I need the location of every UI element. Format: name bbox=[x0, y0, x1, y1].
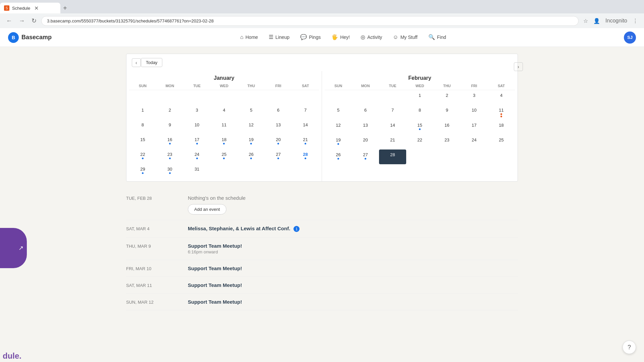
cal-day[interactable]: 15 bbox=[406, 120, 433, 135]
cal-day[interactable]: 20 bbox=[352, 135, 379, 149]
cal-day[interactable]: 1 bbox=[406, 90, 433, 105]
menu-button[interactable]: ⋮ bbox=[631, 16, 640, 25]
schedule-row: SAT, MAR 11 Support Team Meetup! bbox=[126, 277, 518, 294]
calendar-next-btn[interactable]: › bbox=[514, 62, 518, 71]
cal-day-selected[interactable]: 28 bbox=[379, 149, 406, 164]
nav-find[interactable]: 🔍 Find bbox=[423, 28, 451, 47]
nav-lineup[interactable]: ☰ Lineup bbox=[263, 28, 295, 47]
cal-day[interactable]: 14 bbox=[379, 120, 406, 135]
cal-day[interactable]: 8 bbox=[129, 120, 156, 134]
cal-day[interactable]: 12 bbox=[237, 120, 265, 134]
cal-day[interactable]: 2 bbox=[156, 105, 183, 120]
cal-day[interactable]: 15 bbox=[129, 134, 156, 149]
event-title[interactable]: Support Team Meetup! bbox=[188, 243, 518, 249]
event-title[interactable]: Melissa, Stephanie, & Lewis at Affect Co… bbox=[188, 226, 290, 231]
cal-day[interactable]: 16 bbox=[433, 120, 461, 135]
cal-day[interactable]: 16 bbox=[156, 134, 183, 149]
nav-mystuff[interactable]: ☺ My Stuff bbox=[387, 28, 423, 47]
active-tab[interactable]: S Schedule ✕ bbox=[0, 3, 60, 13]
profile-button[interactable]: 👤 bbox=[591, 16, 602, 25]
browser-nav-bar: ← → ↻ 3.basecamp.com/5550377/buckets/313… bbox=[0, 13, 644, 28]
nav-pings[interactable]: 💬 Pings bbox=[295, 28, 326, 47]
back-button[interactable]: ← bbox=[4, 16, 14, 26]
cal-day[interactable]: 4 bbox=[488, 90, 515, 105]
event-title[interactable]: Support Team Meetup! bbox=[188, 282, 518, 288]
nav-home[interactable]: ⌂ Home bbox=[235, 28, 263, 47]
cal-day[interactable]: 18 bbox=[488, 120, 515, 135]
cal-day[interactable]: 24 bbox=[183, 149, 211, 164]
no-events-content: Nothing's on the schedule Add an event bbox=[188, 195, 518, 215]
main-content: ‹ Today January SUN MON TUE WED THU FRI … bbox=[121, 47, 523, 317]
cal-day[interactable]: 27 bbox=[352, 149, 379, 164]
cal-day[interactable]: 10 bbox=[461, 105, 488, 120]
user-avatar[interactable]: SJ bbox=[624, 32, 636, 44]
cal-day[interactable]: 9 bbox=[433, 105, 461, 120]
cal-day[interactable]: 13 bbox=[352, 120, 379, 135]
cal-day[interactable]: 3 bbox=[183, 105, 211, 120]
cal-day[interactable]: 27 bbox=[265, 149, 292, 164]
cal-day[interactable]: 5 bbox=[237, 105, 265, 120]
event-title[interactable]: Support Team Meetup! bbox=[188, 265, 518, 271]
event-dot bbox=[223, 143, 225, 144]
cal-day[interactable]: 30 bbox=[156, 164, 183, 179]
schedule-row: SUN, MAR 12 Support Team Meetup! bbox=[126, 294, 518, 310]
cal-day[interactable]: 3 bbox=[461, 90, 488, 105]
app-logo[interactable]: B Basecamp bbox=[8, 32, 52, 43]
cal-day[interactable]: 22 bbox=[129, 149, 156, 164]
cal-day[interactable]: 17 bbox=[461, 120, 488, 135]
tab-close-btn[interactable]: ✕ bbox=[34, 5, 39, 11]
cal-day bbox=[325, 90, 352, 105]
cal-day[interactable]: 9 bbox=[156, 120, 183, 134]
cal-day[interactable]: 5 bbox=[325, 105, 352, 120]
cal-day[interactable]: 7 bbox=[379, 105, 406, 120]
url-bar[interactable]: 3.basecamp.com/5550377/buckets/31325791/… bbox=[41, 16, 579, 26]
cal-day[interactable]: 29 bbox=[129, 164, 156, 179]
cal-day[interactable]: 11 bbox=[211, 120, 238, 134]
schedule-row: FRI, MAR 10 Support Team Meetup! bbox=[126, 260, 518, 277]
cal-day[interactable]: 31 bbox=[183, 164, 211, 179]
cal-day-today[interactable]: 28 bbox=[292, 149, 319, 164]
cal-day[interactable]: 6 bbox=[352, 105, 379, 120]
cal-day[interactable]: 26 bbox=[237, 149, 265, 164]
cal-day[interactable]: 21 bbox=[292, 134, 319, 149]
forward-button[interactable]: → bbox=[17, 16, 27, 26]
expand-icon[interactable]: ↗ bbox=[18, 244, 23, 252]
nav-hey[interactable]: 🖐 Hey! bbox=[326, 28, 355, 47]
cal-day[interactable]: 19 bbox=[237, 134, 265, 149]
today-button[interactable]: Today bbox=[141, 58, 163, 67]
cal-day[interactable]: 7 bbox=[292, 105, 319, 120]
cal-day[interactable]: 1 bbox=[129, 105, 156, 120]
cal-day[interactable]: 25 bbox=[211, 149, 238, 164]
cal-day[interactable]: 23 bbox=[433, 135, 461, 149]
cal-day[interactable]: 4 bbox=[211, 105, 238, 120]
event-dot bbox=[196, 143, 198, 144]
bookmark-button[interactable]: ☆ bbox=[581, 16, 590, 25]
cal-day[interactable]: 19 bbox=[325, 135, 352, 149]
cal-day[interactable]: 11 bbox=[488, 105, 515, 120]
nav-activity[interactable]: ◎ Activity bbox=[355, 28, 387, 47]
cal-day[interactable]: 22 bbox=[406, 135, 433, 149]
cal-day[interactable]: 21 bbox=[379, 135, 406, 149]
cal-day[interactable]: 12 bbox=[325, 120, 352, 135]
cal-day[interactable]: 10 bbox=[183, 120, 211, 134]
event-dot bbox=[337, 143, 339, 145]
cal-day[interactable]: 18 bbox=[211, 134, 238, 149]
event-title[interactable]: Support Team Meetup! bbox=[188, 299, 518, 305]
logo-icon: B bbox=[8, 32, 19, 43]
cal-day[interactable]: 8 bbox=[406, 105, 433, 120]
cal-day[interactable]: 25 bbox=[488, 135, 515, 149]
new-tab-button[interactable]: + bbox=[60, 3, 70, 13]
cal-day[interactable]: 20 bbox=[265, 134, 292, 149]
cal-day[interactable]: 14 bbox=[292, 120, 319, 134]
calendar-prev-btn[interactable]: ‹ bbox=[132, 58, 141, 67]
cal-day[interactable]: 24 bbox=[461, 135, 488, 149]
cal-day[interactable]: 23 bbox=[156, 149, 183, 164]
event-content: Support Team Meetup! bbox=[188, 265, 518, 271]
add-event-button[interactable]: Add an event bbox=[188, 204, 226, 215]
refresh-button[interactable]: ↻ bbox=[30, 16, 39, 26]
cal-day[interactable]: 13 bbox=[265, 120, 292, 134]
cal-day[interactable]: 26 bbox=[325, 149, 352, 164]
cal-day[interactable]: 2 bbox=[433, 90, 461, 105]
cal-day[interactable]: 6 bbox=[265, 105, 292, 120]
cal-day[interactable]: 17 bbox=[183, 134, 211, 149]
